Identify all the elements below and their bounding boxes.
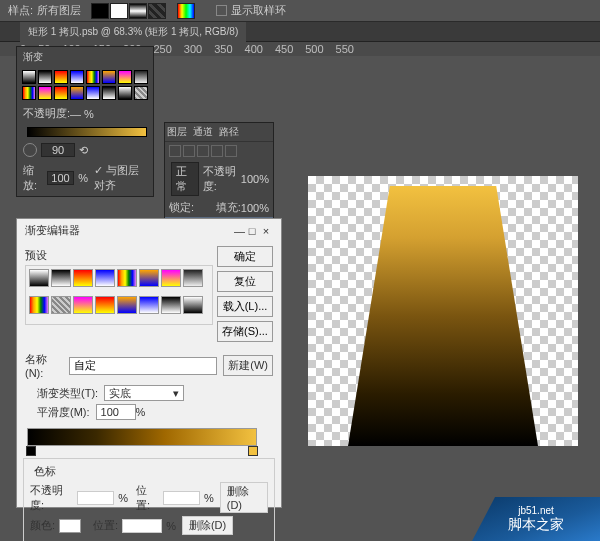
blend-mode-select[interactable]: 正常 xyxy=(171,162,199,196)
tab-paths[interactable]: 路径 xyxy=(219,125,239,139)
show-label: 显示取样环 xyxy=(231,3,286,18)
canvas[interactable] xyxy=(308,176,578,446)
preset[interactable] xyxy=(51,269,71,287)
preset[interactable] xyxy=(118,70,132,84)
filter-icon[interactable] xyxy=(169,145,181,157)
scale-row: 缩放: 100 % ✓ 与图层对齐 xyxy=(17,160,153,196)
smooth-label: 平滑度(M): xyxy=(37,405,90,420)
minimize-icon[interactable]: — xyxy=(234,225,245,237)
stop-opacity-input[interactable] xyxy=(77,491,114,505)
checkbox-icon[interactable] xyxy=(216,5,227,16)
preset[interactable] xyxy=(117,296,137,314)
show-sampling-ring[interactable]: 显示取样环 xyxy=(216,3,286,18)
preset[interactable] xyxy=(54,70,68,84)
color-swatch[interactable] xyxy=(59,519,81,533)
swatch[interactable] xyxy=(110,3,128,19)
smooth-input[interactable]: 100 xyxy=(96,404,136,420)
preset[interactable] xyxy=(22,86,36,100)
opacity-value[interactable]: — % xyxy=(70,108,94,120)
watermark-text: 脚本之家 xyxy=(508,516,564,534)
color-stop[interactable] xyxy=(248,446,258,456)
preset[interactable] xyxy=(102,86,116,100)
preset[interactable] xyxy=(29,269,49,287)
preset[interactable] xyxy=(95,296,115,314)
preset[interactable] xyxy=(73,269,93,287)
preset[interactable] xyxy=(29,296,49,314)
type-select[interactable]: 实底▾ xyxy=(104,385,184,401)
stop-pos-input2[interactable] xyxy=(122,519,162,533)
preset[interactable] xyxy=(73,296,93,314)
trapezoid-shape[interactable] xyxy=(348,186,538,446)
preset[interactable] xyxy=(134,86,148,100)
gradient-bar[interactable] xyxy=(27,428,257,446)
preset[interactable] xyxy=(134,70,148,84)
preset[interactable] xyxy=(51,296,71,314)
preset[interactable] xyxy=(183,296,203,314)
preset[interactable] xyxy=(183,269,203,287)
gradient-presets xyxy=(17,67,153,103)
preset[interactable] xyxy=(70,70,84,84)
preset[interactable] xyxy=(70,86,84,100)
tab-channels[interactable]: 通道 xyxy=(193,125,213,139)
swatch[interactable] xyxy=(91,3,109,19)
preset[interactable] xyxy=(86,86,100,100)
color-stop[interactable] xyxy=(26,446,36,456)
load-button[interactable]: 载入(L)... xyxy=(217,296,273,317)
filter-icon[interactable] xyxy=(211,145,223,157)
filter-icon[interactable] xyxy=(197,145,209,157)
layer-filter-icons xyxy=(165,142,273,160)
ok-button[interactable]: 确定 xyxy=(217,246,273,267)
swatch[interactable] xyxy=(148,3,166,19)
scale-input[interactable]: 100 xyxy=(47,171,74,185)
preset[interactable] xyxy=(22,70,36,84)
reset-button[interactable]: 复位 xyxy=(217,271,273,292)
align-label[interactable]: ✓ 与图层对齐 xyxy=(94,163,147,193)
preset[interactable] xyxy=(38,70,52,84)
sample-value[interactable]: 所有图层 xyxy=(37,3,81,18)
delete-button[interactable]: 删除(D) xyxy=(220,482,268,513)
preset[interactable] xyxy=(54,86,68,100)
editor-presets xyxy=(25,265,213,325)
filter-icon[interactable] xyxy=(183,145,195,157)
preset[interactable] xyxy=(117,269,137,287)
dialog-title: 渐变编辑器 xyxy=(25,223,234,238)
color-picker-icon[interactable] xyxy=(177,3,195,19)
tab-layers[interactable]: 图层 xyxy=(167,125,187,139)
watermark-url: jb51.net xyxy=(518,505,554,516)
stop-opacity-label: 不透明度: xyxy=(30,483,73,513)
opacity-label: 不透明度: xyxy=(203,164,241,194)
save-button[interactable]: 存储(S)... xyxy=(217,321,273,342)
preset[interactable] xyxy=(95,269,115,287)
gradient-editor-dialog: 渐变编辑器 — □ × 预设 确定 复位 载入(L)... 存储(S)... 名… xyxy=(16,218,282,508)
stop-pos-input[interactable] xyxy=(163,491,200,505)
preset[interactable] xyxy=(139,269,159,287)
preset[interactable] xyxy=(102,70,116,84)
name-label: 名称(N): xyxy=(25,352,63,379)
opacity-value[interactable]: 100% xyxy=(241,173,269,185)
preset[interactable] xyxy=(161,296,181,314)
layers-tabs: 图层 通道 路径 xyxy=(165,123,273,142)
opacity-row: 正常 不透明度: 100% xyxy=(165,160,273,198)
preset[interactable] xyxy=(38,86,52,100)
preset[interactable] xyxy=(86,70,100,84)
sample-label: 样点: xyxy=(8,3,33,18)
delete-button2[interactable]: 删除(D) xyxy=(182,516,233,535)
gradient-preview-slider[interactable] xyxy=(27,127,147,137)
opacity-row: 不透明度: — % xyxy=(17,103,153,124)
name-input[interactable] xyxy=(69,357,217,375)
scale-label: 缩放: xyxy=(23,163,43,193)
angle-dial-icon[interactable] xyxy=(23,143,37,157)
close-icon[interactable]: × xyxy=(259,225,273,237)
preset[interactable] xyxy=(118,86,132,100)
fill-value[interactable]: 100% xyxy=(241,202,269,214)
preset[interactable] xyxy=(139,296,159,314)
angle-input[interactable]: 90 xyxy=(41,143,75,157)
maximize-icon[interactable]: □ xyxy=(245,225,259,237)
dialog-titlebar[interactable]: 渐变编辑器 — □ × xyxy=(17,219,281,242)
reverse-icon[interactable]: ⟲ xyxy=(79,144,88,157)
swatch[interactable] xyxy=(129,3,147,19)
preset[interactable] xyxy=(161,269,181,287)
filter-icon[interactable] xyxy=(225,145,237,157)
document-tab[interactable]: 矩形 1 拷贝.psb @ 68.3% (矩形 1 拷贝, RGB/8) xyxy=(20,22,246,42)
new-button[interactable]: 新建(W) xyxy=(223,355,273,376)
